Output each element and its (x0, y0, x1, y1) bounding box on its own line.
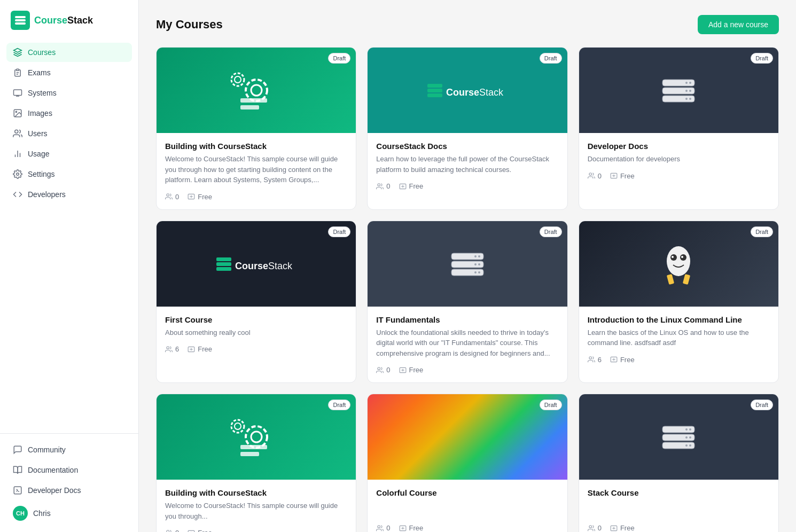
card-title: CourseStack Docs (376, 142, 558, 151)
logo[interactable]: CourseStack (0, 0, 138, 38)
sidebar-item-settings[interactable]: Settings (6, 165, 132, 184)
svg-point-68 (167, 530, 169, 532)
card-meta: 0 Free (165, 193, 347, 201)
card-image: Draft (157, 48, 356, 133)
add-course-button[interactable]: Add a new course (698, 15, 779, 34)
page-title: My Courses (156, 18, 223, 32)
sidebar-item-documentation-label: Documentation (28, 466, 78, 474)
students-count: 0 (376, 182, 390, 190)
card-image: CourseStack Draft (368, 48, 567, 133)
card-description: Welcome to CourseStack! This sample cour… (165, 500, 347, 521)
draft-badge: Draft (328, 400, 350, 410)
students-icon (165, 193, 173, 200)
svg-point-80 (689, 444, 691, 447)
sidebar-item-developers[interactable]: Developers (6, 185, 132, 204)
course-card-6[interactable]: Draft Introduction to the Linux Command … (579, 221, 779, 384)
price-icon (188, 346, 195, 353)
svg-point-77 (685, 436, 688, 439)
students-icon (376, 183, 384, 190)
card-image: Draft (157, 394, 356, 480)
students-icon (376, 366, 384, 374)
svg-point-13 (231, 73, 244, 86)
svg-rect-37 (216, 262, 231, 266)
card-meta: 0 Free (376, 366, 558, 374)
draft-badge: Draft (751, 226, 773, 237)
sidebar-item-usage[interactable]: Usage (6, 144, 132, 163)
card-body: CourseStack Docs Learn how to leverage t… (368, 133, 567, 199)
card-title: IT Fundamentals (376, 315, 558, 324)
sidebar-item-developer-docs[interactable]: Developer Docs (6, 481, 132, 500)
price-icon (399, 183, 407, 190)
svg-rect-19 (427, 84, 442, 88)
svg-rect-67 (240, 452, 259, 456)
price-icon (188, 193, 195, 200)
draft-badge: Draft (540, 226, 562, 237)
course-card-5[interactable]: Draft IT Fundamentals Unlock the foundat… (367, 221, 567, 384)
course-card-7[interactable]: Draft Building with CourseStack Welcome … (156, 394, 356, 532)
developer-docs-icon (13, 486, 22, 495)
svg-rect-3 (15, 16, 26, 18)
svg-point-12 (251, 85, 262, 96)
sidebar-item-community[interactable]: Community (6, 440, 132, 459)
sidebar-item-systems[interactable]: Systems (6, 83, 132, 103)
sidebar-item-developers-label: Developers (28, 190, 66, 199)
svg-point-64 (231, 420, 244, 433)
svg-text:CourseStack: CourseStack (446, 87, 504, 98)
course-card-8[interactable]: Draft Colorful Course 0 (367, 394, 567, 532)
svg-point-11 (246, 80, 267, 101)
svg-point-65 (235, 423, 241, 429)
students-count: 0 (588, 524, 602, 532)
sidebar-item-users[interactable]: Users (6, 124, 132, 143)
svg-point-29 (689, 82, 691, 84)
svg-point-9 (17, 173, 19, 176)
draft-badge: Draft (751, 53, 773, 64)
card-body: Stack Course 0 Free (579, 480, 778, 532)
price-tag: Free (188, 529, 212, 532)
price-icon (610, 525, 618, 532)
sidebar-item-settings-label: Settings (28, 170, 55, 178)
card-title: Introduction to the Linux Command Line (588, 315, 770, 324)
draft-badge: Draft (540, 400, 562, 410)
svg-point-33 (689, 98, 691, 100)
svg-point-46 (478, 255, 480, 257)
students-icon (376, 525, 384, 532)
price-icon (399, 366, 407, 374)
course-card-2[interactable]: CourseStack Draft CourseStack Docs Learn… (367, 47, 567, 210)
sidebar-item-documentation[interactable]: Documentation (6, 460, 132, 480)
svg-point-30 (685, 90, 688, 92)
user-avatar: CH (13, 506, 28, 521)
sidebar-item-courses-label: Courses (28, 48, 56, 57)
svg-point-8 (15, 130, 18, 133)
sidebar-item-images[interactable]: Images (6, 104, 132, 123)
svg-point-51 (378, 367, 380, 370)
draft-badge: Draft (328, 53, 350, 64)
svg-rect-58 (667, 274, 674, 285)
users-icon (13, 129, 22, 138)
sidebar-item-systems-label: Systems (28, 89, 57, 97)
user-menu[interactable]: CH Chris (6, 501, 132, 526)
course-card-3[interactable]: Draft Developer Docs Documentation for d… (579, 47, 779, 210)
card-body: Building with CourseStack Welcome to Cou… (157, 133, 356, 209)
card-meta: 6 Free (588, 356, 770, 364)
course-card-1[interactable]: Draft Building with CourseStack Welcome … (156, 47, 356, 210)
price-tag: Free (188, 193, 212, 201)
students-count: 0 (376, 366, 390, 374)
card-image: Draft (368, 221, 567, 307)
sidebar-item-images-label: Images (28, 109, 52, 118)
price-tag: Free (610, 172, 635, 180)
svg-point-79 (685, 444, 688, 447)
svg-rect-2 (15, 19, 26, 21)
draft-badge: Draft (540, 53, 562, 64)
svg-point-70 (378, 525, 380, 528)
course-card-9[interactable]: Draft Stack Course 0 (579, 394, 779, 532)
card-description: Welcome to CourseStack! This sample cour… (165, 154, 347, 185)
svg-point-55 (680, 254, 686, 261)
sidebar-item-courses[interactable]: Courses (6, 43, 132, 62)
sidebar-item-exams[interactable]: Exams (6, 63, 132, 82)
svg-rect-4 (17, 69, 19, 71)
card-description: Documentation for developers (588, 154, 770, 165)
course-card-4[interactable]: CourseStack Draft First Course About som… (156, 221, 356, 384)
svg-point-62 (246, 426, 267, 448)
card-body: First Course About something really cool… (157, 307, 356, 362)
svg-rect-1 (15, 22, 26, 25)
